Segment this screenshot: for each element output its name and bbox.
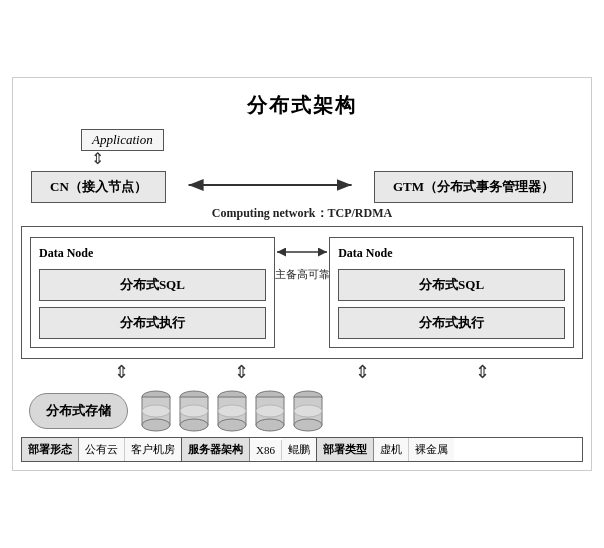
svg-point-13 — [218, 405, 246, 417]
arrow-center-right: ⇕ — [355, 361, 370, 383]
storage-label: 分布式存储 — [29, 393, 128, 429]
tag-group-deploy-type: 部署类型 虚机 裸金属 — [317, 438, 454, 461]
sql-box-right: 分布式SQL — [338, 269, 565, 301]
tag-label-server-arch: 服务器架构 — [182, 438, 250, 461]
tag-item-customer-room: 客户机房 — [125, 438, 181, 461]
tag-item-vm: 虚机 — [374, 438, 409, 461]
storage-row: 分布式存储 — [21, 389, 583, 433]
cn-box: CN（接入节点） — [31, 171, 166, 203]
data-nodes-container: Data Node 分布式SQL 分布式执行 主备高可靠 Data — [21, 226, 583, 359]
cn-gtm-row: CN（接入节点） GTM（分布式事务管理器） — [21, 171, 583, 203]
data-node-right: Data Node 分布式SQL 分布式执行 — [329, 237, 574, 348]
storage-arrows: ⇕ ⇕ ⇕ ⇕ — [21, 361, 583, 383]
diagram-container: 分布式架构 Application ⇕ CN（接入节点） GTM（分布式事务管理… — [12, 77, 592, 471]
svg-point-12 — [218, 419, 246, 431]
svg-point-4 — [142, 419, 170, 431]
disk-group — [140, 389, 324, 433]
tag-item-bare-metal: 裸金属 — [409, 438, 454, 461]
page-title: 分布式架构 — [21, 86, 583, 129]
svg-point-17 — [256, 405, 284, 417]
bottom-tags: 部署形态 公有云 客户机房 服务器架构 X86 鲲鹏 部署类型 虚机 裸金属 — [21, 437, 583, 462]
data-node-right-label: Data Node — [338, 246, 565, 261]
svg-point-5 — [142, 405, 170, 417]
disk-4 — [254, 389, 286, 433]
disk-3 — [216, 389, 248, 433]
tag-item-public-cloud: 公有云 — [79, 438, 125, 461]
tag-group-server-arch: 服务器架构 X86 鲲鹏 — [182, 438, 317, 461]
tag-item-kunpeng: 鲲鹏 — [282, 438, 316, 461]
arrow-left: ⇕ — [114, 361, 129, 383]
disk-1 — [140, 389, 172, 433]
primary-backup-area: 主备高可靠 — [275, 237, 329, 282]
disk-2 — [178, 389, 210, 433]
app-arrow: ⇕ — [91, 151, 104, 167]
tag-item-x86: X86 — [250, 440, 282, 460]
svg-point-8 — [180, 419, 208, 431]
application-box: Application — [81, 129, 164, 151]
cn-gtm-arrow — [176, 175, 364, 200]
gtm-box: GTM（分布式事务管理器） — [374, 171, 573, 203]
computing-network-label: Computing network：TCP/RDMA — [21, 205, 583, 222]
tag-label-deployment: 部署形态 — [22, 438, 79, 461]
tag-group-deployment: 部署形态 公有云 客户机房 — [22, 438, 182, 461]
arrow-center-left: ⇕ — [234, 361, 249, 383]
data-node-left-label: Data Node — [39, 246, 266, 261]
tag-label-deploy-type: 部署类型 — [317, 438, 374, 461]
svg-point-16 — [256, 419, 284, 431]
disk-5 — [292, 389, 324, 433]
exec-box-right: 分布式执行 — [338, 307, 565, 339]
sql-box-left: 分布式SQL — [39, 269, 266, 301]
exec-box-left: 分布式执行 — [39, 307, 266, 339]
svg-point-9 — [180, 405, 208, 417]
arrow-right: ⇕ — [475, 361, 490, 383]
application-area: Application ⇕ — [81, 129, 583, 167]
primary-backup-label: 主备高可靠 — [275, 267, 330, 282]
svg-point-20 — [294, 419, 322, 431]
svg-point-21 — [294, 405, 322, 417]
data-node-left: Data Node 分布式SQL 分布式执行 — [30, 237, 275, 348]
